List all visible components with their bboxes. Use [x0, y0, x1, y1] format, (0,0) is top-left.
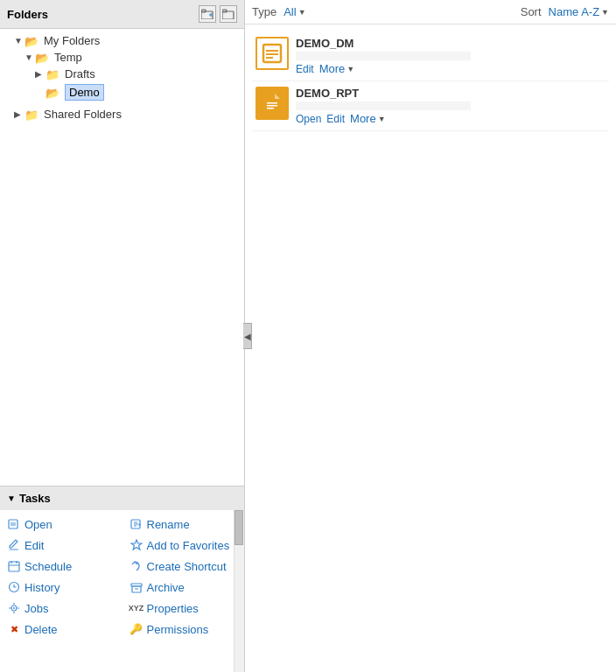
- favorites-icon: [130, 538, 144, 552]
- folder-open-icon: 📂: [24, 35, 40, 47]
- folder-options-button[interactable]: [220, 5, 237, 23]
- scrollbar-track[interactable]: [234, 510, 244, 672]
- task-schedule-label: Schedule: [24, 560, 72, 573]
- task-open-label: Open: [24, 518, 52, 531]
- right-panel: Type All ▼ Sort Name A-Z ▼ DEMO_DM: [245, 0, 616, 672]
- svg-rect-31: [266, 57, 273, 59]
- svg-rect-30: [266, 53, 278, 55]
- sort-dropdown-arrow: ▼: [601, 8, 609, 17]
- folder-tree: ▼ 📂 My Folders ▼ 📂 Temp ▶ 📁 Drafts 📂 Dem…: [0, 29, 244, 486]
- task-properties[interactable]: XYZ Properties: [122, 598, 245, 619]
- file-meta-demo-dm: [296, 52, 471, 60]
- task-create-shortcut-label: Create Shortcut: [147, 560, 227, 573]
- folders-header: Folders: [0, 0, 244, 29]
- task-edit-label: Edit: [24, 539, 44, 552]
- history-icon: [7, 580, 21, 594]
- tree-item-my-folders[interactable]: ▼ 📂 My Folders: [0, 32, 244, 49]
- file-name-demo-dm: DEMO_DM: [296, 37, 606, 50]
- delete-icon: ✖: [7, 622, 21, 636]
- svg-rect-6: [9, 520, 18, 528]
- task-permissions[interactable]: 🔑 Permissions: [122, 619, 245, 640]
- type-select[interactable]: All ▼: [284, 5, 305, 18]
- more-button-demo-dm[interactable]: More ▼: [319, 62, 355, 75]
- tree-label-demo: Demo: [65, 84, 104, 101]
- tasks-content: Open Rename Edit: [0, 510, 244, 672]
- file-list: DEMO_DM Edit More ▼: [245, 24, 616, 672]
- tree-item-drafts[interactable]: ▶ 📁 Drafts: [0, 66, 244, 82]
- panel-collapse-handle[interactable]: ◀: [243, 323, 252, 349]
- task-rename-label: Rename: [147, 518, 190, 531]
- folder-icon: 📂: [35, 52, 51, 64]
- archive-icon: [130, 580, 144, 594]
- task-history[interactable]: History: [0, 577, 122, 598]
- sort-select[interactable]: Name A-Z ▼: [549, 5, 609, 18]
- type-label: Type: [252, 5, 276, 18]
- file-info-demo-rpt: DEMO_RPT Open Edit More ▼: [296, 87, 606, 125]
- more-label: More: [319, 62, 346, 75]
- tree-label-drafts: Drafts: [65, 67, 95, 80]
- open-icon: [7, 517, 21, 531]
- shortcut-icon: [130, 559, 144, 573]
- tree-item-shared-folders[interactable]: ▶ 📁 Shared Folders: [0, 106, 244, 122]
- file-actions-demo-rpt: Open Edit More ▼: [296, 112, 606, 125]
- task-add-to-favorites[interactable]: Add to Favorites: [122, 535, 245, 556]
- file-item-demo-rpt: DEMO_RPT Open Edit More ▼: [252, 81, 609, 131]
- tasks-section: ▼ Tasks Open: [0, 486, 244, 672]
- svg-rect-32: [267, 102, 277, 104]
- svg-rect-14: [9, 562, 19, 571]
- edit-link-demo-dm[interactable]: Edit: [296, 63, 314, 75]
- task-delete[interactable]: ✖ Delete: [0, 619, 122, 640]
- permissions-icon: 🔑: [130, 622, 144, 636]
- task-archive-label: Archive: [147, 581, 185, 594]
- tree-item-demo[interactable]: 📂 Demo: [0, 82, 244, 102]
- edit-link-demo-rpt[interactable]: Edit: [326, 113, 345, 125]
- tree-arrow: ▶: [35, 69, 46, 79]
- task-jobs[interactable]: Jobs: [0, 598, 122, 619]
- tree-arrow: [35, 88, 46, 97]
- new-folder-button[interactable]: [199, 5, 216, 23]
- task-delete-label: Delete: [24, 623, 58, 636]
- folder-icon: 📁: [46, 68, 61, 80]
- task-add-favorites-label: Add to Favorites: [147, 539, 230, 552]
- task-history-label: History: [24, 581, 60, 594]
- task-create-shortcut[interactable]: Create Shortcut: [122, 556, 245, 577]
- tree-arrow: ▶: [14, 109, 24, 119]
- file-thumb-rpt: [256, 87, 289, 120]
- svg-rect-29: [266, 50, 278, 52]
- tree-item-temp[interactable]: ▼ 📂 Temp: [0, 49, 244, 66]
- type-dropdown-arrow: ▼: [298, 8, 306, 17]
- rename-icon: [130, 517, 144, 531]
- svg-rect-34: [267, 108, 274, 109]
- properties-icon: XYZ: [130, 601, 144, 615]
- tasks-collapse-icon: ▼: [7, 494, 16, 503]
- sort-label: Sort: [521, 5, 542, 18]
- folders-title: Folders: [7, 8, 48, 21]
- tree-label-my-folders: My Folders: [44, 34, 100, 47]
- edit-icon: [7, 538, 21, 552]
- open-link-demo-rpt[interactable]: Open: [296, 113, 321, 125]
- task-archive[interactable]: Archive: [122, 577, 245, 598]
- tasks-grid: Open Rename Edit: [0, 514, 244, 640]
- sort-value: Name A-Z: [549, 5, 600, 18]
- task-edit[interactable]: Edit: [0, 535, 122, 556]
- task-open[interactable]: Open: [0, 514, 122, 535]
- more-button-demo-rpt[interactable]: More ▼: [350, 112, 386, 125]
- task-schedule[interactable]: Schedule: [0, 556, 122, 577]
- folder-icon: 📂: [46, 87, 61, 99]
- tree-label-shared-folders: Shared Folders: [44, 108, 122, 121]
- task-properties-label: Properties: [147, 602, 199, 615]
- file-item-demo-dm: DEMO_DM Edit More ▼: [252, 32, 609, 81]
- file-thumb-dm: [256, 37, 289, 70]
- toolbar: Type All ▼ Sort Name A-Z ▼: [245, 0, 616, 24]
- svg-rect-33: [267, 105, 277, 107]
- tasks-title: Tasks: [19, 492, 51, 505]
- tasks-header: ▼ Tasks: [0, 486, 244, 510]
- scrollbar-thumb[interactable]: [234, 510, 243, 545]
- task-rename[interactable]: Rename: [122, 514, 245, 535]
- tree-arrow: ▼: [14, 36, 24, 46]
- folder-icon: 📁: [24, 108, 40, 121]
- tree-label-temp: Temp: [54, 51, 82, 64]
- more-label-rpt: More: [350, 112, 376, 125]
- tree-arrow: ▼: [24, 52, 35, 62]
- type-value: All: [284, 5, 296, 18]
